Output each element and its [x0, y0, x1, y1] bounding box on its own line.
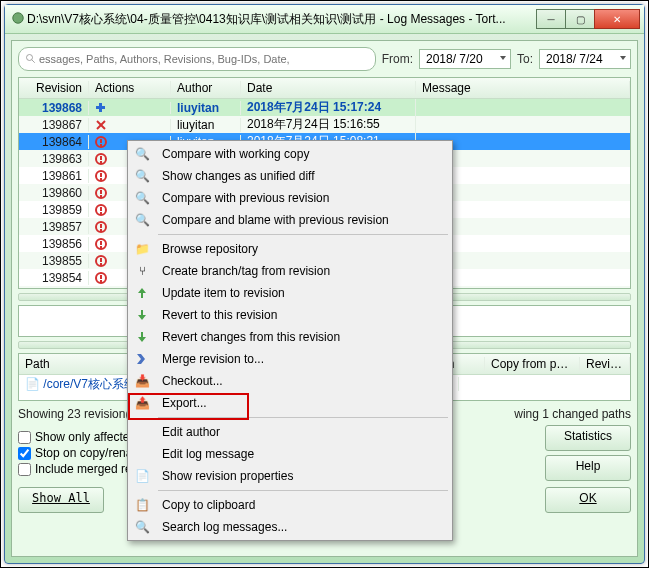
path-text: /core/V7核心系统: [43, 377, 136, 391]
svg-rect-4: [96, 106, 105, 109]
export-icon: 📤: [130, 396, 154, 410]
from-date[interactable]: 2018/ 7/20: [419, 49, 511, 69]
filter-bar: From: 2018/ 7/20 To: 2018/ 7/24: [12, 41, 637, 77]
branch-icon: ⑂: [130, 264, 154, 278]
ctx-edit-log[interactable]: Edit log message: [130, 443, 450, 465]
svg-rect-27: [100, 246, 102, 248]
window-title: D:\svn\V7核心系统\04-质量管控\0413知识库\测试相关知识\测试用…: [9, 11, 537, 28]
checkout-icon: 📥: [130, 374, 154, 388]
show-all-button[interactable]: Show All: [18, 487, 104, 513]
ctx-compare-prev[interactable]: 🔍Compare with previous revision: [130, 187, 450, 209]
props-icon: 📄: [130, 469, 154, 483]
chk-stop-on-copy[interactable]: Stop on copy/rena: [18, 446, 132, 460]
revert-icon: [130, 330, 154, 344]
svg-rect-9: [100, 144, 102, 146]
to-label: To:: [517, 52, 533, 66]
maximize-button[interactable]: ▢: [565, 9, 595, 29]
svg-rect-8: [100, 139, 102, 143]
svg-point-1: [27, 55, 33, 61]
statistics-button[interactable]: Statistics: [545, 425, 631, 451]
diff-icon: 🔍: [130, 191, 154, 205]
status-changed: wing 1 changed paths: [514, 407, 631, 421]
svg-rect-33: [100, 280, 102, 282]
ctx-blame-prev[interactable]: 🔍Compare and blame with previous revisio…: [130, 209, 450, 231]
svg-rect-29: [100, 258, 102, 262]
from-label: From:: [382, 52, 413, 66]
col-author[interactable]: Author: [171, 81, 241, 95]
svg-rect-17: [100, 190, 102, 194]
app-icon: [11, 11, 25, 25]
merge-icon: [130, 352, 154, 366]
svg-rect-23: [100, 224, 102, 228]
svg-rect-24: [100, 229, 102, 231]
ctx-checkout[interactable]: 📥Checkout...: [130, 370, 450, 392]
help-button[interactable]: Help: [545, 455, 631, 481]
svg-rect-30: [100, 263, 102, 265]
search-field[interactable]: [18, 47, 376, 71]
svg-line-2: [32, 60, 35, 63]
svg-rect-20: [100, 207, 102, 211]
separator: [158, 417, 448, 418]
ctx-copy-clipboard[interactable]: 📋Copy to clipboard: [130, 494, 450, 516]
ctx-merge[interactable]: Merge revision to...: [130, 348, 450, 370]
col-date[interactable]: Date: [241, 81, 416, 95]
ctx-update[interactable]: Update item to revision: [130, 282, 450, 304]
diff-icon: 🔍: [130, 213, 154, 227]
ctx-revert-from[interactable]: Revert changes from this revision: [130, 326, 450, 348]
table-row[interactable]: 139868liuyitan2018年7月24日 15:17:24: [19, 99, 630, 116]
search-icon: 🔍: [130, 520, 154, 534]
separator: [158, 234, 448, 235]
diff-icon: 🔍: [130, 169, 154, 183]
svg-rect-21: [100, 212, 102, 214]
svg-rect-14: [100, 173, 102, 177]
svg-point-0: [13, 13, 24, 24]
ctx-unified-diff[interactable]: 🔍Show changes as unified diff: [130, 165, 450, 187]
update-icon: [130, 286, 154, 300]
ctx-browse[interactable]: 📁Browse repository: [130, 238, 450, 260]
col-path[interactable]: Path: [19, 357, 139, 371]
col-actions[interactable]: Actions: [89, 81, 171, 95]
doc-icon: 📄: [25, 377, 40, 391]
to-date[interactable]: 2018/ 7/24: [539, 49, 631, 69]
svg-rect-11: [100, 156, 102, 160]
ctx-edit-author[interactable]: Edit author: [130, 421, 450, 443]
titlebar: D:\svn\V7核心系统\04-质量管控\0413知识库\测试相关知识\测试用…: [5, 5, 644, 34]
ctx-export[interactable]: 📤Export...: [130, 392, 450, 414]
ctx-show-props[interactable]: 📄Show revision properties: [130, 465, 450, 487]
svg-rect-18: [100, 195, 102, 197]
ctx-branch[interactable]: ⑂Create branch/tag from revision: [130, 260, 450, 282]
ctx-compare-wc[interactable]: 🔍Compare with working copy: [130, 143, 450, 165]
col-revision[interactable]: Revision: [19, 81, 89, 95]
chk-include-merged[interactable]: Include merged re: [18, 462, 132, 476]
minimize-button[interactable]: ─: [536, 9, 566, 29]
svg-rect-15: [100, 178, 102, 180]
copy-icon: 📋: [130, 498, 154, 512]
table-row[interactable]: 139867liuyitan2018年7月24日 15:16:55: [19, 116, 630, 133]
ok-button[interactable]: OK: [545, 487, 631, 513]
chk-affected[interactable]: Show only affecte: [18, 430, 132, 444]
separator: [158, 490, 448, 491]
revert-icon: [130, 308, 154, 322]
ctx-revert-to[interactable]: Revert to this revision: [130, 304, 450, 326]
context-menu: 🔍Compare with working copy 🔍Show changes…: [127, 140, 453, 541]
svg-rect-26: [100, 241, 102, 245]
grid-header: Revision Actions Author Date Message: [19, 78, 630, 99]
svg-rect-12: [100, 161, 102, 163]
col-copy-from[interactable]: Copy from path: [485, 357, 580, 371]
col-message[interactable]: Message: [416, 81, 630, 95]
svg-rect-32: [100, 275, 102, 279]
search-icon: [25, 53, 37, 65]
repo-icon: 📁: [130, 242, 154, 256]
window: D:\svn\V7核心系统\04-质量管控\0413知识库\测试相关知识\测试用…: [4, 4, 645, 564]
diff-icon: 🔍: [130, 147, 154, 161]
col-revision-p[interactable]: Revisio: [580, 357, 630, 371]
search-input[interactable]: [37, 52, 369, 66]
ctx-search-log[interactable]: 🔍Search log messages...: [130, 516, 450, 538]
close-button[interactable]: ✕: [594, 9, 640, 29]
status-revisions: Showing 23 revision(s): [18, 407, 139, 421]
